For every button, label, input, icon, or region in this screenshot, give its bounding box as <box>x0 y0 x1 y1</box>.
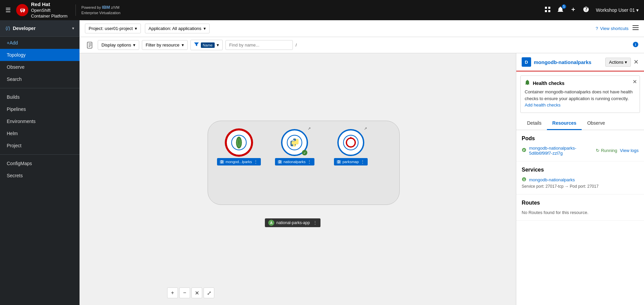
redhat-logo-icon <box>16 4 28 16</box>
display-options-arrow: ▾ <box>133 42 135 48</box>
parksmap-d-badge: D <box>337 160 341 164</box>
project-selector[interactable]: Project: user01-project ▾ <box>85 24 141 33</box>
sidebar-item-add[interactable]: +Add <box>0 37 80 49</box>
pods-section-title: Pods <box>522 135 639 142</box>
display-options-button[interactable]: Display options ▾ <box>98 40 139 50</box>
health-alert: Health checks ✕ Container mongodb-nation… <box>520 75 640 113</box>
no-routes-text: No Routes found for this resource. <box>522 210 639 215</box>
pod-status-text: Running <box>601 148 617 153</box>
svg-text:P: P <box>523 149 525 152</box>
node-parksmap[interactable]: ↗ D parksmap ⋮ <box>334 129 368 165</box>
enterprise-text: Enterprise Virtualization <box>81 11 120 15</box>
mongodb-menu-dots[interactable]: ⋮ <box>253 159 258 164</box>
configmaps-label: ConfigMaps <box>7 161 32 166</box>
parksmap-circle[interactable] <box>337 129 364 156</box>
search-label: Search <box>7 77 22 82</box>
node-nationalparks[interactable]: ↗ ✓ D nationalparks ⋮ <box>275 129 314 165</box>
bell-icon[interactable]: 5 <box>557 6 563 14</box>
filter-by-resource-button[interactable]: Filter by resource ▾ <box>142 40 187 50</box>
main-layout: ⟨/⟩ Developer ▾ +Add Topology Observe Se… <box>0 20 644 305</box>
mongodb-label[interactable]: D mongod...lparks ⋮ <box>217 158 261 165</box>
service-name[interactable]: mongodb-nationalparks <box>529 177 575 182</box>
brand-logo: Red Hat OpenShift Container Platform <box>16 1 67 19</box>
search-input[interactable] <box>225 40 293 50</box>
sidebar-divider-2 <box>0 154 80 155</box>
actions-button[interactable]: Actions ▾ <box>605 58 631 67</box>
close-panel-button[interactable]: ✕ <box>634 58 639 66</box>
tab-observe[interactable]: Observe <box>582 117 610 130</box>
tab-details[interactable]: Details <box>522 117 547 130</box>
view-shortcuts-link[interactable]: ? View shortcuts <box>595 26 628 31</box>
sidebar-item-observe[interactable]: Observe <box>0 61 80 73</box>
parksmap-circle-wrapper: ↗ <box>337 129 364 156</box>
zoom-fit-button[interactable]: ⤢ <box>204 287 214 298</box>
health-alert-close-button[interactable]: ✕ <box>633 79 637 85</box>
nationalparks-ext-link-icon[interactable]: ↗ <box>308 126 311 131</box>
tab-resources[interactable]: Resources <box>547 117 582 130</box>
parksmap-icon <box>343 134 359 151</box>
group-badge: A <box>268 220 274 226</box>
actions-label: Actions <box>609 60 623 65</box>
user-name[interactable]: Workshop User 01 ▾ <box>596 7 639 13</box>
pod-icon: P <box>522 148 526 153</box>
panel-d-icon: D <box>522 57 531 67</box>
name-badge: Name <box>201 42 215 48</box>
project-label-text: Project: user01-project <box>89 26 133 31</box>
parksmap-ext-link-icon[interactable]: ↗ <box>364 126 367 131</box>
nationalparks-label[interactable]: D nationalparks ⋮ <box>275 158 314 165</box>
toolbar: Display options ▾ Filter by resource ▾ N… <box>80 37 644 53</box>
app-arrow-icon: ▾ <box>204 26 206 31</box>
svg-point-19 <box>295 144 296 145</box>
zoom-out-button[interactable]: − <box>179 287 190 298</box>
health-bell-icon <box>525 80 530 87</box>
view-logs-link[interactable]: View logs <box>620 148 639 153</box>
help-icon[interactable] <box>583 6 589 14</box>
running-spin-icon: ↻ <box>596 148 600 153</box>
parksmap-menu-dots[interactable]: ⋮ <box>360 159 365 164</box>
svg-rect-5 <box>633 25 639 26</box>
plus-icon[interactable] <box>570 6 576 14</box>
sidebar-item-pipelines[interactable]: Pipelines <box>0 103 80 115</box>
context-label: Developer <box>13 26 36 31</box>
hamburger-menu[interactable]: ☰ <box>5 6 11 14</box>
svg-point-0 <box>16 4 28 16</box>
main-content: Project: user01-project ▾ Application: A… <box>80 20 644 305</box>
question-circle-icon: ? <box>595 26 598 31</box>
mongodb-circle[interactable] <box>225 129 252 156</box>
sidebar-item-topology[interactable]: Topology <box>0 49 80 61</box>
sidebar-item-secrets[interactable]: Secrets <box>0 170 80 182</box>
nationalparks-menu-dots[interactable]: ⋮ <box>307 159 312 164</box>
list-view-icon[interactable] <box>633 25 639 32</box>
panel-title: D mongodb-nationalparks <box>522 57 591 67</box>
powered-by: Powered by IBM z/VM Enterprise Virtualiz… <box>75 4 120 16</box>
sidebar-item-builds[interactable]: Builds <box>0 91 80 103</box>
services-section: Services S mongodb-nationalparks Service… <box>516 161 644 194</box>
filter-funnel-icon <box>194 42 199 48</box>
helm-label: Helm <box>7 131 18 136</box>
sidebar-item-helm[interactable]: Helm <box>0 127 80 140</box>
parksmap-label[interactable]: D parksmap ⋮ <box>334 158 368 165</box>
app-selector[interactable]: Application: All applications ▾ <box>145 24 210 33</box>
zoom-in-button[interactable]: + <box>167 287 178 298</box>
pod-name[interactable]: mongodb-nationalparks-5d8b6f99f7-zzl7g <box>529 146 593 156</box>
service-row: S mongodb-nationalparks <box>522 177 639 183</box>
guide-icon-button[interactable] <box>85 40 95 50</box>
svg-rect-7 <box>633 29 639 30</box>
grid-icon[interactable] <box>545 6 551 14</box>
add-health-checks-link[interactable]: Add health checks <box>525 102 560 108</box>
info-icon[interactable]: i <box>633 41 639 49</box>
context-selector[interactable]: ⟨/⟩ Developer ▾ <box>0 20 80 37</box>
health-alert-header: Health checks <box>525 80 636 87</box>
group-menu-dots[interactable]: ⋮ <box>313 220 317 225</box>
sidebar-item-project[interactable]: Project <box>0 140 80 152</box>
sidebar-item-configmaps[interactable]: ConfigMaps <box>0 157 80 170</box>
zoom-reset-button[interactable]: ✕ <box>191 287 202 298</box>
sidebar-item-search[interactable]: Search <box>0 73 80 85</box>
panel-tabs: Details Resources Observe <box>516 117 644 130</box>
sidebar-item-environments[interactable]: Environments <box>0 115 80 127</box>
node-mongodb[interactable]: D mongod...lparks ⋮ <box>217 129 261 165</box>
svg-rect-3 <box>545 10 547 12</box>
topology-canvas[interactable]: D mongod...lparks ⋮ <box>80 53 516 305</box>
name-filter-button[interactable]: Name ▾ <box>190 40 223 50</box>
group-label[interactable]: A national-parks-app ⋮ <box>265 218 320 227</box>
